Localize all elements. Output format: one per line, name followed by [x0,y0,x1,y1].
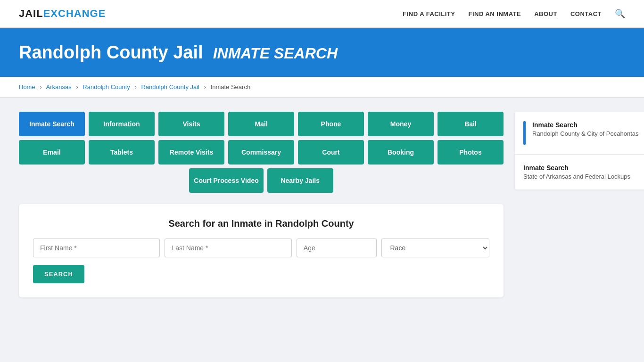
sidebar-item-left-1: Inmate Search Randolph County & City of … [523,121,638,145]
sidebar-item-text-2: Inmate Search State of Arkansas and Fede… [523,164,630,180]
main-nav: FIND A FACILITY FIND AN INMATE ABOUT CON… [403,8,625,19]
btn-booking[interactable]: Booking [368,140,434,165]
btn-bail[interactable]: Bail [438,112,504,136]
breadcrumb-sep-2: › [76,83,78,90]
nav-row-1: Inmate Search Information Visits Mail Ph… [19,112,504,136]
search-form-title: Search for an Inmate in Randolph County [33,218,489,229]
btn-nearby-jails[interactable]: Nearby Jails [267,168,333,193]
main-content: Inmate Search Information Visits Mail Ph… [0,98,644,312]
btn-visits[interactable]: Visits [158,112,224,136]
btn-photos[interactable]: Photos [438,140,504,165]
breadcrumb-home[interactable]: Home [19,83,35,90]
breadcrumb-sep-1: › [40,83,41,90]
sidebar-item-title-2: Inmate Search [523,164,630,172]
sidebar-item-subtitle-2: State of Arkansas and Federal Lockups [523,173,630,180]
header-search-button[interactable]: 🔍 [615,8,625,19]
btn-information[interactable]: Information [89,112,155,136]
sidebar-item-left-2: Inmate Search State of Arkansas and Fede… [523,164,630,180]
breadcrumb-sep-4: › [204,83,206,90]
breadcrumb-sep-3: › [134,83,136,90]
sidebar-item-randolph[interactable]: Inmate Search Randolph County & City of … [515,112,644,155]
btn-mail[interactable]: Mail [228,112,294,136]
breadcrumb-randolph-county[interactable]: Randolph County [83,83,130,90]
btn-tablets[interactable]: Tablets [89,140,155,165]
nav-row-2: Email Tablets Remote Visits Commissary C… [19,140,504,165]
search-submit-button[interactable]: SEARCH [33,265,84,283]
sidebar-card: Inmate Search Randolph County & City of … [515,112,644,189]
last-name-input[interactable] [165,239,291,257]
sidebar-item-text-1: Inmate Search Randolph County & City of … [532,121,638,137]
form-fields: Race White Black Hispanic Asian Native A… [33,239,489,257]
first-name-input[interactable] [33,239,160,257]
age-input[interactable] [297,239,377,257]
nav-about[interactable]: ABOUT [534,10,557,17]
search-form-box: Search for an Inmate in Randolph County … [19,204,504,297]
btn-court[interactable]: Court [298,140,364,165]
btn-inmate-search[interactable]: Inmate Search [19,112,85,136]
page-title: Randolph County Jail INMATE SEARCH [19,42,625,63]
btn-email[interactable]: Email [19,140,85,165]
logo-exchange: EXCHANGE [43,8,106,19]
nav-find-inmate[interactable]: FIND AN INMATE [468,10,521,17]
btn-phone[interactable]: Phone [298,112,364,136]
hero-banner: Randolph County Jail INMATE SEARCH [0,28,644,77]
btn-court-process-video[interactable]: Court Process Video [189,168,263,193]
page-title-main: Randolph County Jail [19,42,203,62]
breadcrumb-arkansas[interactable]: Arkansas [46,83,72,90]
logo-jail: JAIL [19,8,43,19]
site-logo[interactable]: JAILEXCHANGE [19,8,106,20]
breadcrumb-jail[interactable]: Randolph County Jail [141,83,199,90]
btn-commissary[interactable]: Commissary [228,140,294,165]
nav-contact[interactable]: CONTACT [570,10,602,17]
sidebar-item-subtitle-1: Randolph County & City of Pocahontas [532,130,638,137]
nav-buttons: Inmate Search Information Visits Mail Ph… [19,112,504,193]
race-select[interactable]: Race White Black Hispanic Asian Native A… [381,239,490,257]
breadcrumb: Home › Arkansas › Randolph County › Rand… [0,77,644,98]
nav-row-3: Court Process Video Nearby Jails [19,168,504,193]
page-title-italic: INMATE SEARCH [213,45,338,62]
btn-money[interactable]: Money [368,112,434,136]
btn-remote-visits[interactable]: Remote Visits [158,140,224,165]
sidebar-item-title-1: Inmate Search [532,121,638,129]
sidebar-item-arkansas[interactable]: Inmate Search State of Arkansas and Fede… [515,155,644,189]
breadcrumb-current: Inmate Search [211,83,251,90]
left-column: Inmate Search Information Visits Mail Ph… [19,112,504,297]
nav-find-facility[interactable]: FIND A FACILITY [403,10,455,17]
right-sidebar: Inmate Search Randolph County & City of … [515,112,644,189]
sidebar-accent-1 [523,121,526,145]
site-header: JAILEXCHANGE FIND A FACILITY FIND AN INM… [0,0,644,28]
